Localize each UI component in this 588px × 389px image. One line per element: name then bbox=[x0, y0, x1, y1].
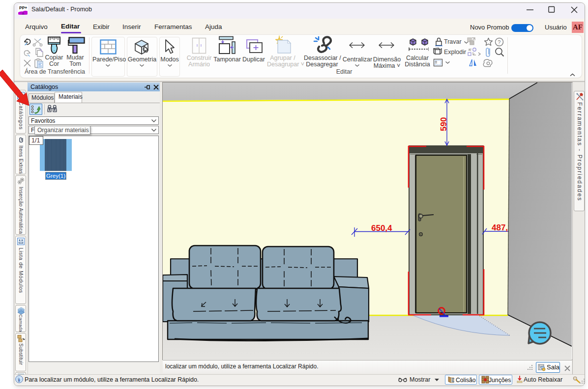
svg-text:590: 590 bbox=[439, 117, 448, 131]
svg-text:PP+: PP+ bbox=[19, 5, 27, 10]
svg-text:650,4: 650,4 bbox=[371, 223, 392, 233]
svg-text:i: i bbox=[18, 377, 20, 383]
svg-text:?: ? bbox=[498, 39, 500, 45]
